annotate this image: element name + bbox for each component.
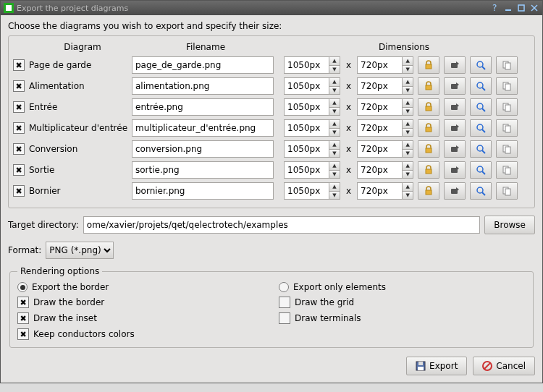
lock-aspect-button[interactable] [418, 98, 439, 116]
spin-down-icon[interactable]: ▼ [329, 170, 340, 179]
reset-size-button[interactable] [444, 161, 466, 179]
height-spin[interactable]: ▲▼ [357, 56, 413, 74]
spin-down-icon[interactable]: ▼ [402, 170, 413, 179]
spin-down-icon[interactable]: ▼ [402, 86, 413, 95]
row-select-check[interactable]: ✖ [13, 122, 25, 134]
spin-up-icon[interactable]: ▲ [402, 119, 413, 128]
preview-button[interactable] [470, 56, 492, 74]
preview-button[interactable] [470, 119, 492, 137]
export-elements-radio[interactable] [279, 282, 289, 292]
spin-up-icon[interactable]: ▲ [402, 161, 413, 170]
filename-input[interactable] [132, 161, 274, 179]
row-select-check[interactable]: ✖ [13, 143, 25, 155]
preview-button[interactable] [470, 140, 492, 158]
height-spin[interactable]: ▲▼ [357, 161, 413, 179]
spin-up-icon[interactable]: ▲ [402, 182, 413, 191]
spin-down-icon[interactable]: ▼ [402, 128, 413, 137]
reset-size-button[interactable] [444, 98, 466, 116]
draw-grid-check[interactable] [279, 297, 290, 308]
row-select-check[interactable]: ✖ [13, 80, 25, 92]
help-icon[interactable]: ? [490, 3, 500, 13]
spin-down-icon[interactable]: ▼ [329, 107, 340, 116]
spin-up-icon[interactable]: ▲ [329, 77, 340, 86]
draw-inset-check[interactable]: ✖ [17, 312, 29, 324]
spin-down-icon[interactable]: ▼ [329, 86, 340, 95]
width-spin[interactable]: ▲▼ [284, 77, 340, 95]
reset-size-button[interactable] [444, 119, 466, 137]
filename-input[interactable] [132, 77, 274, 95]
width-spin[interactable]: ▲▼ [284, 182, 340, 200]
lock-aspect-button[interactable] [418, 182, 439, 200]
clipboard-button[interactable] [496, 161, 518, 179]
width-spin[interactable]: ▲▼ [284, 140, 340, 158]
row-select-check[interactable]: ✖ [13, 101, 25, 113]
clipboard-button[interactable] [496, 119, 518, 137]
reset-size-button[interactable] [444, 182, 466, 200]
spin-up-icon[interactable]: ▲ [402, 77, 413, 86]
clipboard-button[interactable] [496, 56, 518, 74]
preview-button[interactable] [470, 98, 492, 116]
browse-button[interactable]: Browse [484, 216, 535, 234]
height-spin[interactable]: ▲▼ [357, 182, 413, 200]
spin-down-icon[interactable]: ▼ [402, 191, 413, 200]
spin-down-icon[interactable]: ▼ [329, 128, 340, 137]
lock-aspect-button[interactable] [418, 140, 439, 158]
keep-colors-check[interactable]: ✖ [17, 328, 29, 340]
clipboard-button[interactable] [496, 98, 518, 116]
lock-aspect-button[interactable] [418, 161, 439, 179]
spin-up-icon[interactable]: ▲ [329, 140, 340, 149]
lock-aspect-button[interactable] [418, 77, 439, 95]
spin-up-icon[interactable]: ▲ [329, 98, 340, 107]
height-spin[interactable]: ▲▼ [357, 77, 413, 95]
filename-input[interactable] [132, 56, 274, 74]
preview-button[interactable] [470, 182, 492, 200]
format-select[interactable]: PNG (*.png) [46, 242, 114, 259]
spin-up-icon[interactable]: ▲ [329, 182, 340, 191]
height-spin[interactable]: ▲▼ [357, 98, 413, 116]
cancel-button[interactable]: Cancel [473, 357, 535, 375]
spin-up-icon[interactable]: ▲ [402, 98, 413, 107]
spin-up-icon[interactable]: ▲ [402, 56, 413, 65]
preview-button[interactable] [470, 161, 492, 179]
row-select-check[interactable]: ✖ [13, 164, 25, 176]
filename-input[interactable] [132, 98, 274, 116]
spin-up-icon[interactable]: ▲ [402, 140, 413, 149]
export-border-radio[interactable] [17, 282, 28, 292]
height-spin[interactable]: ▲▼ [357, 140, 413, 158]
filename-input[interactable] [132, 140, 274, 158]
close-icon[interactable] [529, 3, 539, 13]
spin-down-icon[interactable]: ▼ [329, 65, 340, 74]
spin-up-icon[interactable]: ▲ [329, 161, 340, 170]
height-spin[interactable]: ▲▼ [357, 119, 413, 137]
filename-input[interactable] [132, 182, 274, 200]
lock-aspect-button[interactable] [418, 56, 439, 74]
width-spin[interactable]: ▲▼ [284, 161, 340, 179]
preview-button[interactable] [470, 77, 492, 95]
spin-down-icon[interactable]: ▼ [329, 149, 340, 158]
spin-down-icon[interactable]: ▼ [402, 65, 413, 74]
maximize-icon[interactable] [516, 3, 526, 13]
draw-border-check[interactable]: ✖ [17, 297, 29, 308]
clipboard-button[interactable] [496, 182, 518, 200]
clipboard-button[interactable] [496, 77, 518, 95]
spin-down-icon[interactable]: ▼ [329, 191, 340, 200]
reset-size-button[interactable] [444, 56, 466, 74]
spin-down-icon[interactable]: ▼ [402, 149, 413, 158]
row-select-check[interactable]: ✖ [13, 59, 25, 71]
target-directory-input[interactable] [83, 216, 481, 234]
row-select-check[interactable]: ✖ [13, 185, 25, 197]
spin-up-icon[interactable]: ▲ [329, 119, 340, 128]
spin-down-icon[interactable]: ▼ [402, 107, 413, 116]
reset-size-button[interactable] [444, 77, 466, 95]
spin-up-icon[interactable]: ▲ [329, 56, 340, 65]
width-spin[interactable]: ▲▼ [284, 56, 340, 74]
export-button[interactable]: Export [406, 357, 467, 375]
minimize-icon[interactable] [503, 3, 513, 13]
reset-size-button[interactable] [444, 140, 466, 158]
draw-terminals-check[interactable] [279, 312, 290, 324]
lock-aspect-button[interactable] [418, 119, 439, 137]
clipboard-button[interactable] [496, 140, 518, 158]
filename-input[interactable] [132, 119, 274, 137]
width-spin[interactable]: ▲▼ [284, 119, 340, 137]
width-spin[interactable]: ▲▼ [284, 98, 340, 116]
